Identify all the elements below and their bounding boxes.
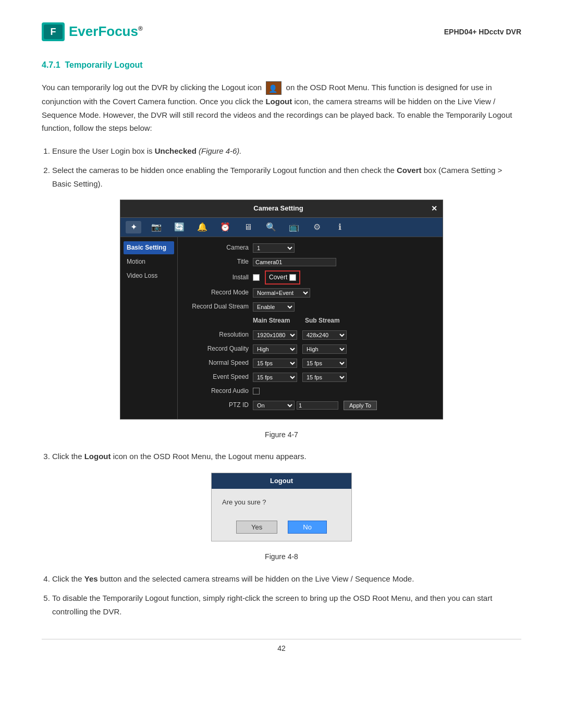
event-speed-main-select[interactable]: 15 fps (253, 373, 297, 382)
logout-dialog-body: Are you sure ? (212, 489, 351, 516)
normal-speed-label: Normal Speed (185, 358, 253, 368)
normal-speed-inputs: 15 fps 15 fps (253, 359, 347, 368)
ptz-id-input[interactable] (297, 401, 338, 410)
logout-no-button[interactable]: No (288, 521, 327, 534)
sub-stream-header: Sub Stream (305, 316, 357, 326)
record-mode-select[interactable]: Normal+Event Normal Event (253, 288, 310, 298)
toolbar-icon-alert[interactable]: 🔔 (194, 221, 210, 233)
step-3: Click the Logout icon on the OSD Root Me… (52, 450, 521, 463)
figure-8-label: Figure 4-8 (42, 551, 521, 562)
footer-divider (42, 639, 521, 639)
step-3-list: Click the Logout icon on the OSD Root Me… (52, 450, 521, 463)
toolbar-icon-refresh[interactable]: 🔄 (172, 221, 187, 233)
logout-buttons: Yes No (212, 516, 351, 541)
logo-color-text: EverFocus (69, 23, 138, 39)
main-stream-header: Main Stream (253, 316, 305, 326)
toolbar-icon-camera[interactable]: 📷 (149, 221, 164, 233)
camera-row: Camera 1234 (185, 242, 435, 254)
record-quality-row: Record Quality High High (185, 343, 435, 355)
resolution-row: Resolution 1920x1080 428x240 (185, 329, 435, 341)
record-quality-main-select[interactable]: High (253, 344, 297, 354)
install-row: Install ✓ Covert ✓ (185, 270, 435, 285)
resolution-label: Resolution (185, 330, 253, 340)
dialog-body: Basic Setting Motion Video Loss Camera 1… (120, 237, 443, 419)
resolution-inputs: 1920x1080 428x240 (253, 330, 347, 340)
title-row: Title (185, 256, 435, 268)
page-number: 42 (277, 644, 286, 652)
step-4: Click the Yes button and the selected ca… (52, 572, 521, 586)
logout-icon: 👤 (266, 81, 282, 95)
event-speed-inputs: 15 fps 15 fps (253, 373, 347, 382)
logout-question-text: Are you sure ? (222, 498, 266, 506)
step-2: Select the cameras to be hidden once ena… (52, 164, 521, 190)
logo-reg: ® (138, 25, 143, 32)
section-title: 4.7.1 Temporarily Logout (42, 58, 521, 72)
logout-yes-button[interactable]: Yes (236, 521, 277, 534)
record-quality-label: Record Quality (185, 344, 253, 354)
event-speed-row: Event Speed 15 fps 15 fps (185, 372, 435, 383)
toolbar-icon-gear[interactable]: ⚙ (309, 221, 325, 233)
dialog-toolbar: ✦ 📷 🔄 🔔 ⏰ 🖥 🔍 📺 ⚙ ℹ (120, 218, 443, 237)
record-dual-label: Record Dual Stream (185, 302, 253, 312)
record-mode-label: Record Mode (185, 288, 253, 298)
camera-label: Camera (185, 243, 253, 253)
sidebar-item-motion[interactable]: Motion (124, 255, 174, 268)
dialog-titlebar: Camera Setting ✕ (120, 200, 443, 217)
camera-setting-dialog: Camera Setting ✕ ✦ 📷 🔄 🔔 ⏰ 🖥 🔍 📺 ⚙ ℹ Bas… (120, 200, 443, 419)
steps-list: Ensure the User Login box is Unchecked (… (52, 144, 521, 191)
intro-paragraph: You can temporarily log out the DVR by c… (42, 81, 521, 135)
steps-4-5-list: Click the Yes button and the selected ca… (52, 572, 521, 619)
normal-speed-main-select[interactable]: 15 fps (253, 359, 297, 368)
toolbar-icon-search[interactable]: 🔍 (263, 221, 279, 233)
record-quality-inputs: High High (253, 344, 347, 354)
logout-dialog-title: Logout (212, 473, 351, 489)
toolbar-icon-clock[interactable]: ⏰ (217, 221, 233, 233)
title-input[interactable] (253, 258, 336, 266)
toolbar-icon-settings[interactable]: ✦ (126, 221, 141, 233)
normal-speed-sub-select[interactable]: 15 fps (302, 359, 347, 368)
record-dual-select[interactable]: Enable Disable (253, 302, 295, 312)
toolbar-icon-info[interactable]: ℹ (332, 221, 348, 233)
apply-to-button[interactable]: Apply To (344, 401, 377, 410)
toolbar-icon-display[interactable]: 📺 (286, 221, 302, 233)
title-label: Title (185, 257, 253, 267)
covert-checkbox[interactable]: ✓ (289, 274, 296, 281)
dialog-content: Camera 1234 Title Install ✓ Covert ✓ (178, 237, 443, 419)
step-5: To disable the Temporarily Logout functi… (52, 591, 521, 618)
svg-text:F: F (51, 27, 56, 37)
everfocus-logo-icon: F (42, 22, 65, 41)
stream-header-row: Main Stream Sub Stream (185, 315, 435, 327)
install-label: Install (185, 273, 253, 282)
dialog-title: Camera Setting (126, 203, 431, 214)
logout-dialog: Logout Are you sure ? Yes No (211, 473, 352, 542)
record-audio-label: Record Audio (185, 386, 253, 396)
install-checkbox[interactable]: ✓ (253, 274, 260, 281)
ptz-id-label: PTZ ID (185, 400, 253, 410)
dialog-close-button[interactable]: ✕ (431, 203, 437, 214)
figure-7-label: Figure 4-7 (42, 429, 521, 440)
record-quality-sub-select[interactable]: High (302, 344, 347, 354)
dialog-sidebar: Basic Setting Motion Video Loss (120, 237, 178, 419)
resolution-sub-select[interactable]: 428x240 (302, 330, 347, 340)
record-dual-row: Record Dual Stream Enable Disable (185, 301, 435, 313)
record-audio-checkbox[interactable] (253, 388, 260, 394)
ptz-on-select[interactable]: OnOff (253, 401, 295, 410)
sidebar-item-basic-setting[interactable]: Basic Setting (124, 241, 174, 254)
camera-select[interactable]: 1234 (253, 243, 295, 253)
logo: F EverFocus® (42, 21, 143, 43)
sidebar-item-video-loss[interactable]: Video Loss (124, 269, 174, 282)
logo-text: EverFocus® (69, 21, 143, 43)
record-mode-row: Record Mode Normal+Event Normal Event (185, 287, 435, 299)
product-name: EPHD04+ HDcctv DVR (444, 26, 521, 38)
covert-box: Covert ✓ (265, 270, 300, 285)
record-audio-row: Record Audio (185, 386, 435, 397)
page-header: F EverFocus® EPHD04+ HDcctv DVR (42, 21, 521, 43)
resolution-main-select[interactable]: 1920x1080 (253, 330, 297, 340)
normal-speed-row: Normal Speed 15 fps 15 fps (185, 357, 435, 369)
step-1: Ensure the User Login box is Unchecked (… (52, 144, 521, 158)
page-footer: 42 (42, 639, 521, 654)
event-speed-sub-select[interactable]: 15 fps (302, 373, 347, 382)
covert-label: Covert (269, 273, 287, 282)
event-speed-label: Event Speed (185, 372, 253, 382)
toolbar-icon-network[interactable]: 🖥 (240, 221, 256, 233)
